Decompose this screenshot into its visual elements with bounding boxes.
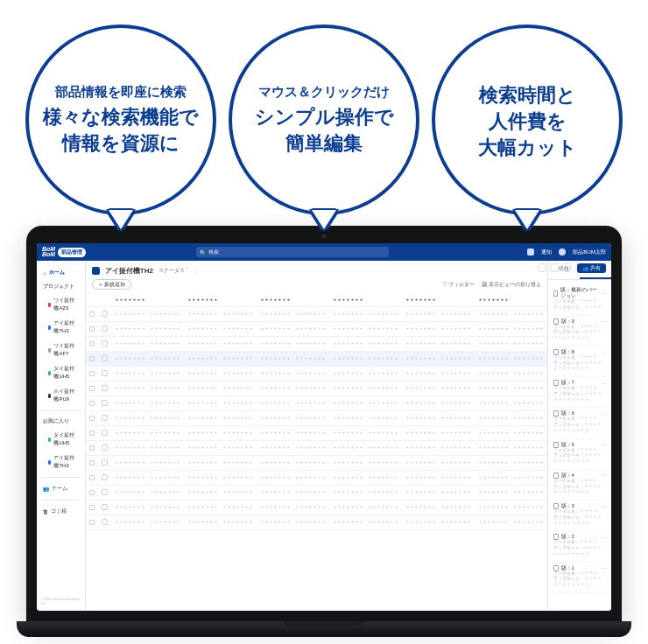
table-row[interactable]: ＊＊＊＊＊＊＊ ＊＊＊＊＊＊＊＊＊＊＊＊＊＊ ＊＊＊＊＊＊＊＊＊＊＊＊＊＊ ＊＊… [86,456,547,471]
trash-icon: 🗑 [43,509,48,514]
table-row[interactable]: ＊＊＊＊＊＊＊ ＊＊＊＊＊＊＊＊＊＊＊＊＊＊ ＊＊＊＊＊＊＊＊＊＊＊＊＊＊ ＊＊… [86,500,547,515]
brand: BoM BoM 部品管理 [42,247,86,257]
favorite-star-icon[interactable]: ☆ [194,268,199,275]
toolbar-icon-2[interactable] [550,263,559,272]
version-item[interactable]: 版：8⋯ファイル名：＊＊＊＊アップロード：＊＊＊＊ ＊＊＊＊ ＊＊＊＊ [553,346,606,377]
bell-icon[interactable] [527,248,534,256]
row-checkbox[interactable] [89,356,95,361]
sidebar-trash[interactable]: 🗑ゴミ箱 [41,505,81,518]
row-type-icon [102,400,108,406]
table-row[interactable]: ＊＊＊＊＊＊＊ ＊＊＊＊＊＊＊＊＊＊＊＊＊＊ ＊＊＊＊＊＊＊＊＊＊＊＊＊＊ ＊＊… [86,441,547,456]
table-row[interactable]: ＊＊＊＊＊＊＊ ＊＊＊＊＊＊＊＊＊＊＊＊＊＊ ＊＊＊＊＊＊＊＊＊＊＊＊＊＊ ＊＊… [86,396,547,411]
file-icon [553,472,559,479]
row-type-icon [102,444,108,451]
toolbar-icon-3[interactable] [562,263,571,272]
more-icon[interactable]: ⋯ [601,290,606,296]
row-checkbox[interactable] [89,341,95,346]
row-checkbox[interactable] [89,386,95,391]
people-icon: 👥 [582,266,588,271]
sidebar-team[interactable]: 👥チーム [41,482,81,495]
sidebar-item-2[interactable]: アイ提付機TH2 [41,317,81,338]
data-table: ＊＊＊＊＊＊＊＊＊＊＊＊＊＊＊＊＊＊＊＊＊＊＊＊＊＊＊＊＊＊＊＊＊＊＊＊＊＊＊＊… [86,294,547,530]
dot-icon [48,394,51,398]
table-header-row: ＊＊＊＊＊＊＊＊＊＊＊＊＊＊＊＊＊＊＊＊＊＊＊＊＊＊＊＊＊＊＊＊＊＊＊＊＊＊＊＊… [86,294,547,307]
version-item[interactable]: 版：2⋯ファイル名：＊＊＊＊アップロード：＊＊＊＊ ＊＊＊＊ ＊＊＊＊ [553,531,606,562]
row-checkbox[interactable] [89,416,95,421]
dot-icon [48,348,51,353]
project-icon [92,267,100,275]
more-icon[interactable]: ⋯ [601,472,606,478]
sidebar-item-1[interactable]: ワイ提付機AZ3 [41,294,81,315]
version-item[interactable]: 版：1⋯ファイル名：＊＊＊＊アップロード：＊＊＊＊ ＊＊＊＊ ＊＊＊＊ [553,563,606,593]
row-checkbox[interactable] [89,371,95,376]
more-icon[interactable]: ⋯ [601,349,606,354]
sidebar-item-4[interactable]: タイ提付機UH5 [41,362,81,383]
dot-icon [48,303,51,307]
sidebar-item-5[interactable]: ホイ提付機PU9 [41,385,81,406]
table-row[interactable]: ＊＊＊＊＊＊＊ ＊＊＊＊＊＊＊＊＊＊＊＊＊＊ ＊＊＊＊＊＊＊＊＊＊＊＊＊＊ ＊＊… [86,382,547,396]
more-icon[interactable]: ⋯ [601,318,606,324]
toolbar-icon-1[interactable] [538,263,546,272]
view-switch-button[interactable]: ▦ 表示ビューの切り替え [482,282,541,288]
row-checkbox[interactable] [89,475,95,480]
more-icon[interactable]: ⋯ [601,535,606,540]
table-row[interactable]: ＊＊＊＊＊＊＊ ＊＊＊＊＊＊＊＊＊＊＊＊＊＊ ＊＊＊＊＊＊＊＊＊＊＊＊＊＊ ＊＊… [86,307,547,322]
row-checkbox[interactable] [89,490,95,495]
row-checkbox[interactable] [89,460,95,466]
table-row[interactable]: ＊＊＊＊＊＊＊ ＊＊＊＊＊＊＊＊＊＊＊＊＊＊ ＊＊＊＊＊＊＊＊＊＊＊＊＊＊ ＊＊… [86,337,547,352]
row-checkbox[interactable] [89,520,95,525]
more-icon[interactable]: ⋯ [601,565,606,570]
more-icon[interactable]: ⋯ [601,381,606,386]
brand-pill: 部品管理 [58,248,86,257]
table-row[interactable]: ＊＊＊＊＊＊＊ ＊＊＊＊＊＊＊＊＊＊＊＊＊＊ ＊＊＊＊＊＊＊＊＊＊＊＊＊＊ ＊＊… [86,486,547,500]
row-checkbox[interactable] [89,326,95,332]
row-type-icon [102,355,108,361]
row-type-icon [102,519,108,525]
table-row[interactable]: ＊＊＊＊＊＊＊ ＊＊＊＊＊＊＊＊＊＊＊＊＊＊ ＊＊＊＊＊＊＊＊＊＊＊＊＊＊ ＊＊… [86,367,547,382]
sidebar-item-3[interactable]: ワイ提付機AF7 [41,340,81,360]
sidebar-fav-2[interactable]: アイ提付機TH2 [41,452,81,472]
avatar-icon[interactable] [559,248,566,256]
home-icon: ⌂ [43,270,46,276]
more-icon[interactable]: ⋯ [601,411,606,416]
table-row[interactable]: ＊＊＊＊＊＊＊ ＊＊＊＊＊＊＊＊＊＊＊＊＊＊ ＊＊＊＊＊＊＊＊＊＊＊＊＊＊ ＊＊… [86,322,547,337]
sidebar-home[interactable]: ⌂ホーム [41,266,81,279]
sidebar-fav-1[interactable]: タイ提付機UH5 [41,429,81,450]
bubble3-line2: 検索時間と人件費を大幅カット [478,82,577,160]
notify-label: 通知 [541,248,552,256]
row-checkbox[interactable] [89,312,95,317]
feature-bubble-2: マウス＆クリックだけ シンプル操作で簡単編集 [229,24,419,215]
more-icon[interactable]: ⋯ [601,504,606,509]
table-row[interactable]: ＊＊＊＊＊＊＊ ＊＊＊＊＊＊＊＊＊＊＊＊＊＊ ＊＊＊＊＊＊＊＊＊＊＊＊＊＊ ＊＊… [86,352,547,367]
search-placeholder: 検索 [208,248,219,256]
row-type-icon [102,489,108,495]
version-item[interactable]: 版：7⋯ファイル名：＊＊＊＊アップロード：＊＊＊＊ ＊＊＊＊ ＊＊＊＊ [553,377,606,408]
add-button[interactable]: ＋ 新規追加 [92,279,132,290]
version-item[interactable]: 版：3⋯ファイル名：＊＊＊＊アップロード：＊＊＊＊ ＊＊＊＊ ＊＊＊＊ [553,500,606,531]
dot-icon [48,438,51,442]
bubble2-line1: マウス＆クリックだけ [258,84,390,101]
filter-button[interactable]: ▽ フィルター [442,282,475,288]
laptop-base [17,621,631,637]
status-dropdown[interactable]: ステータス ˅ [158,268,189,274]
row-type-icon [102,311,108,317]
table-row[interactable]: ＊＊＊＊＊＊＊ ＊＊＊＊＊＊＊＊＊＊＊＊＊＊ ＊＊＊＊＊＊＊＊＊＊＊＊＊＊ ＊＊… [86,515,547,530]
file-icon [553,380,559,386]
version-item[interactable]: 版：4⋯ファイル名：＊＊＊＊アップロード：＊＊＊＊ ＊＊＊＊ ＊＊＊＊ [553,470,606,500]
row-checkbox[interactable] [89,505,95,510]
share-button[interactable]: 👥共有 [577,263,606,273]
table-row[interactable]: ＊＊＊＊＊＊＊ ＊＊＊＊＊＊＊＊＊＊＊＊＊＊ ＊＊＊＊＊＊＊＊＊＊＊＊＊＊ ＊＊… [86,411,547,426]
version-item[interactable]: 版：5⋯ファイル名：＊＊＊＊アップロード：＊＊＊＊ ＊＊＊＊ ＊＊＊＊ [553,439,606,470]
row-checkbox[interactable] [89,430,95,436]
search-input[interactable]: 🔍 検索 [196,247,389,257]
version-item[interactable]: 版：最新のバージョン⋯ファイル名：＊＊＊＊アップロード：＊＊＊＊ [553,284,606,316]
version-item[interactable]: 版：9⋯ファイル名：＊＊＊＊アップロード：＊＊＊＊ ＊＊＊＊ ＊＊＊＊ [553,316,606,346]
file-icon [553,442,559,448]
table-row[interactable]: ＊＊＊＊＊＊＊ ＊＊＊＊＊＊＊＊＊＊＊＊＊＊ ＊＊＊＊＊＊＊＊＊＊＊＊＊＊ ＊＊… [86,471,547,486]
file-icon [553,503,559,509]
more-icon[interactable]: ⋯ [601,442,606,447]
version-item[interactable]: 版：6⋯ファイル名：＊＊＊＊アップロード：＊＊＊＊ ＊＊＊＊ ＊＊＊＊ [553,408,606,438]
row-checkbox[interactable] [89,401,95,406]
table-row[interactable]: ＊＊＊＊＊＊＊ ＊＊＊＊＊＊＊＊＊＊＊＊＊＊ ＊＊＊＊＊＊＊＊＊＊＊＊＊＊ ＊＊… [86,426,547,441]
row-checkbox[interactable] [89,445,95,451]
